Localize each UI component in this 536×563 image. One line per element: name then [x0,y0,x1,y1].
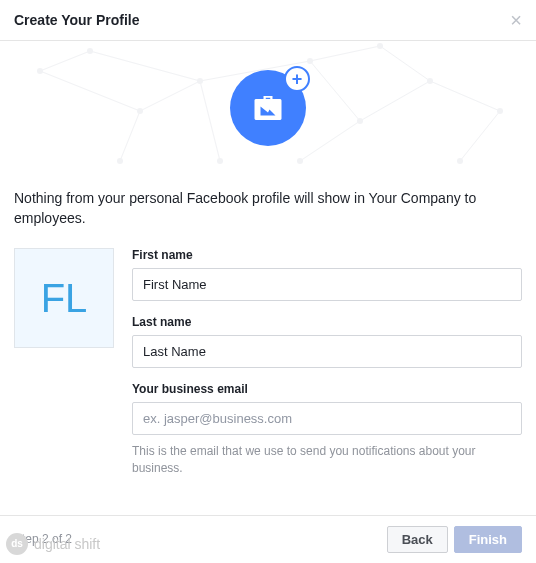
last-name-input[interactable] [132,335,522,368]
hero-section: + [0,41,536,171]
svg-point-18 [197,78,203,84]
back-button[interactable]: Back [387,526,448,553]
avatar-initials: FL [41,276,88,321]
briefcase-icon [250,90,286,126]
svg-line-8 [360,81,430,121]
dialog-footer: Step 2 of 2 Back Finish [0,515,536,563]
intro-text: Nothing from your personal Facebook prof… [0,171,536,238]
svg-point-23 [297,158,303,164]
svg-point-17 [117,158,123,164]
step-indicator: Step 2 of 2 [14,532,72,546]
first-name-input[interactable] [132,268,522,301]
email-help-text: This is the email that we use to send yo… [132,443,522,477]
svg-line-7 [310,61,360,121]
svg-point-25 [497,108,503,114]
email-label: Your business email [132,382,522,396]
svg-line-0 [40,71,140,111]
close-button[interactable]: × [510,10,522,30]
svg-line-6 [310,46,380,61]
svg-point-26 [457,158,463,164]
dialog-title: Create Your Profile [14,12,140,28]
svg-line-4 [140,81,200,111]
svg-line-3 [90,51,200,81]
svg-point-14 [37,68,43,74]
profile-photo-button[interactable]: + [230,70,306,146]
form-area: FL First name Last name Your business em… [0,238,536,515]
svg-line-9 [380,46,430,81]
svg-point-21 [377,43,383,49]
svg-point-22 [357,118,363,124]
svg-line-11 [460,111,500,161]
avatar-preview[interactable]: FL [14,248,114,348]
close-icon: × [510,9,522,31]
svg-line-1 [120,111,140,161]
svg-point-20 [307,58,313,64]
svg-point-19 [217,158,223,164]
svg-line-10 [430,81,500,111]
svg-point-27 [271,104,275,108]
plus-icon: + [284,66,310,92]
dialog-header: Create Your Profile × [0,0,536,41]
svg-point-24 [427,78,433,84]
first-name-label: First name [132,248,522,262]
svg-line-12 [300,121,360,161]
email-input[interactable] [132,402,522,435]
svg-line-2 [40,51,90,71]
last-name-label: Last name [132,315,522,329]
finish-button[interactable]: Finish [454,526,522,553]
svg-line-13 [200,81,220,161]
svg-point-16 [137,108,143,114]
svg-point-15 [87,48,93,54]
